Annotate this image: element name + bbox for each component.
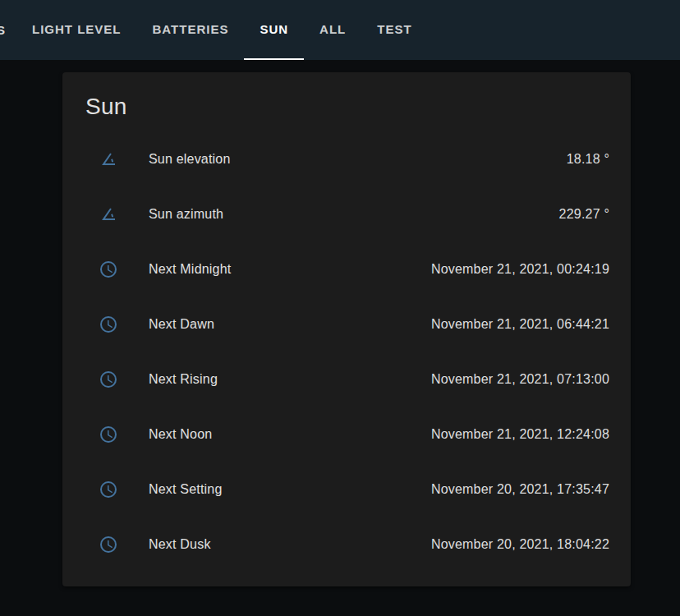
angle-icon	[99, 149, 118, 169]
attribute-label: Next Rising	[149, 372, 431, 387]
clock-icon	[99, 480, 118, 499]
attribute-label: Next Dusk	[149, 537, 431, 552]
attribute-value: November 21, 2021, 07:13:00	[431, 372, 609, 387]
top-tab-bar: S LIGHT LEVELBATTERIESSUNALLTEST	[0, 0, 680, 60]
attribute-value: 229.27 °	[559, 207, 609, 222]
tab-clipped-fragment[interactable]: S	[0, 0, 5, 60]
attribute-label: Next Setting	[149, 482, 431, 497]
attribute-row[interactable]: Sun elevation18.18 °	[62, 131, 631, 186]
tab-all[interactable]: ALL	[304, 0, 361, 60]
attribute-row[interactable]: Sun azimuth229.27 °	[62, 186, 631, 241]
attribute-row[interactable]: Next DawnNovember 21, 2021, 06:44:21	[62, 297, 631, 352]
clock-icon	[99, 260, 118, 279]
tab-bar: LIGHT LEVELBATTERIESSUNALLTEST	[16, 0, 428, 60]
clock-icon	[99, 315, 118, 334]
clock-icon	[99, 370, 118, 389]
attribute-label: Next Dawn	[149, 317, 431, 332]
clock-icon	[99, 425, 118, 444]
attribute-label: Sun elevation	[149, 152, 567, 167]
attribute-row[interactable]: Next NoonNovember 21, 2021, 12:24:08	[62, 407, 631, 462]
attribute-row[interactable]: Next DuskNovember 20, 2021, 18:04:22	[62, 517, 631, 572]
attribute-value: 18.18 °	[567, 152, 609, 167]
clock-icon	[99, 535, 118, 554]
attribute-rows: Sun elevation18.18 °Sun azimuth229.27 °N…	[62, 126, 631, 572]
attribute-value: November 21, 2021, 00:24:19	[431, 262, 609, 277]
attribute-value: November 21, 2021, 12:24:08	[431, 427, 609, 442]
tab-test[interactable]: TEST	[361, 0, 427, 60]
tab-light-level[interactable]: LIGHT LEVEL	[16, 0, 137, 60]
attribute-value: November 21, 2021, 06:44:21	[431, 317, 609, 332]
attribute-value: November 20, 2021, 18:04:22	[431, 537, 609, 552]
attribute-row[interactable]: Next SettingNovember 20, 2021, 17:35:47	[62, 462, 631, 517]
attribute-value: November 20, 2021, 17:35:47	[431, 482, 609, 497]
attribute-row[interactable]: Next RisingNovember 21, 2021, 07:13:00	[62, 352, 631, 407]
attribute-label: Sun azimuth	[149, 207, 559, 222]
sun-card: Sun Sun elevation18.18 °Sun azimuth229.2…	[62, 72, 631, 586]
tab-sun[interactable]: SUN	[244, 0, 304, 60]
tab-batteries[interactable]: BATTERIES	[137, 0, 245, 60]
attribute-label: Next Noon	[149, 427, 431, 442]
attribute-row[interactable]: Next MidnightNovember 21, 2021, 00:24:19	[62, 241, 631, 297]
angle-icon	[99, 205, 118, 224]
card-title: Sun	[62, 72, 631, 126]
attribute-label: Next Midnight	[149, 262, 431, 277]
